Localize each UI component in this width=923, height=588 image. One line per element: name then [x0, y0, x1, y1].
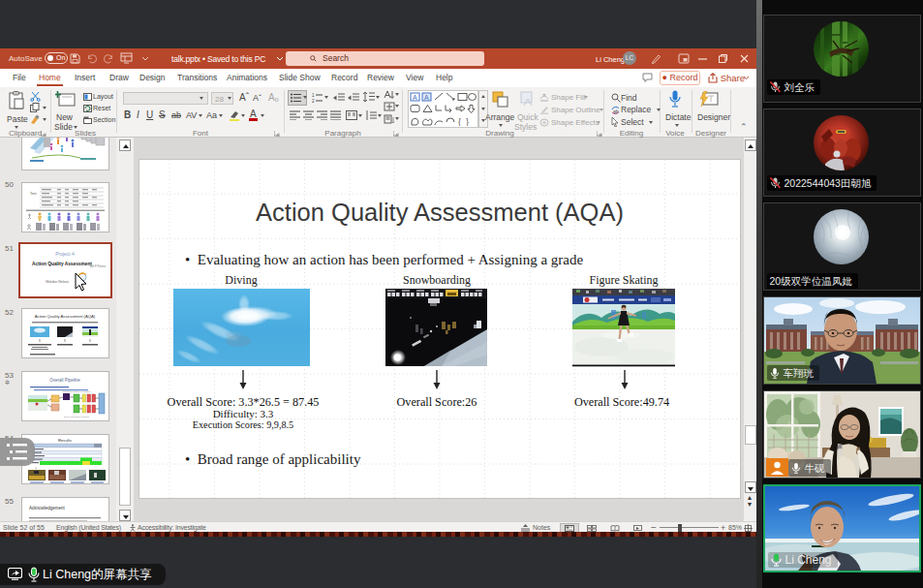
svg-text:↳: ↳	[35, 466, 38, 470]
svg-text:temporal feature extraction: temporal feature extraction	[63, 390, 91, 393]
svg-text:Action Quality Assessment: Action Quality Assessment	[32, 262, 92, 266]
svg-text:1: 1	[312, 93, 315, 98]
svg-text:A: A	[424, 94, 429, 101]
svg-text:Action Quality Assessment (AQA: Action Quality Assessment (AQA)	[35, 314, 96, 319]
svg-text:A: A	[413, 94, 417, 101]
svg-text:Overall Pipeline: Overall Pipeline	[49, 378, 80, 383]
svg-text:score regression module: score regression module	[64, 416, 90, 418]
svg-text:Test: Test	[30, 192, 36, 196]
svg-text:}: }	[466, 117, 469, 126]
svg-text:Acknowledgement: Acknowledgement	[29, 506, 66, 511]
svg-text:Project 4: Project 4	[55, 251, 75, 257]
svg-text:ab: ab	[613, 108, 619, 114]
svg-text:Mahdiar Nekoui: Mahdiar Nekoui	[46, 280, 69, 284]
svg-text:with P. Parmar: with P. Parmar	[90, 264, 107, 268]
svg-text:2: 2	[312, 99, 315, 103]
svg-text:Results: Results	[58, 438, 72, 443]
svg-text:{: {	[458, 117, 461, 126]
